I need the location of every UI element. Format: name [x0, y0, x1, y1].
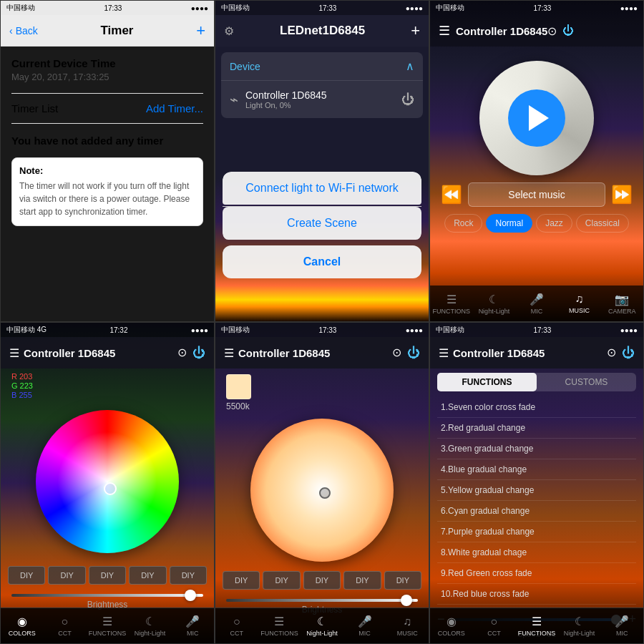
menu-icon-5[interactable]: ☰ — [224, 346, 234, 360]
device-header[interactable]: Device ∧ — [221, 52, 423, 81]
genre-normal[interactable]: Normal — [486, 214, 532, 233]
play-icon — [529, 105, 549, 131]
color-wheel[interactable] — [36, 410, 179, 553]
diy-btn-4[interactable]: DIY — [129, 566, 166, 585]
func-item-6[interactable]: 6.Cyan gradual change — [437, 501, 636, 522]
diy-btn-5-2[interactable]: DIY — [263, 571, 300, 590]
power-button[interactable]: ⏻ — [401, 92, 414, 107]
no-timer-text: You have not added any timer — [11, 135, 203, 147]
chevron-left-icon: ‹ — [9, 25, 13, 36]
add-timer-link[interactable]: Add Timer... — [146, 102, 203, 114]
diy-btn-2[interactable]: DIY — [48, 566, 85, 585]
tab-functions-main[interactable]: FUNCTIONS — [437, 373, 537, 391]
tab-music-5[interactable]: ♫ MUSIC — [386, 608, 429, 643]
brightness-thumb-5[interactable] — [401, 595, 412, 606]
genre-jazz[interactable]: Jazz — [536, 214, 572, 233]
search-icon-4[interactable]: ⊙ — [177, 346, 187, 361]
white-cursor[interactable] — [319, 487, 331, 499]
nav-actions-6: ⊙ ⏻ — [607, 346, 635, 361]
tab-colors-4[interactable]: ◉ COLORS — [1, 608, 44, 643]
menu-icon-6[interactable]: ☰ — [439, 346, 449, 360]
power-icon-6[interactable]: ⏻ — [622, 346, 635, 361]
search-icon-5[interactable]: ⊙ — [392, 346, 401, 361]
diy-btn-5-3[interactable]: DIY — [303, 571, 341, 590]
tab-functions-3[interactable]: ☰ FUNCTIONS — [430, 286, 473, 321]
func-item-3[interactable]: 3.Green gradual change — [437, 439, 636, 459]
phone-cct: 中国移动 17:33 ●●●● ☰ Controller 1D6845 ⊙ ⏻ … — [215, 322, 429, 644]
tab-cct-6[interactable]: ○ CCT — [473, 608, 516, 643]
diy-btn-5[interactable]: DIY — [170, 566, 207, 585]
white-wheel-area[interactable] — [215, 415, 429, 565]
tab-mic-6[interactable]: 🎤 MIC — [600, 608, 643, 643]
tab-functions-5[interactable]: ☰ FUNCTIONS — [258, 608, 301, 643]
func-item-5[interactable]: 5.Yellow gradual change — [437, 480, 636, 501]
diy-btn-3[interactable]: DIY — [89, 566, 126, 585]
cct-value: 5500k — [226, 401, 418, 411]
b-row: B 255 — [11, 391, 203, 399]
func-item-10[interactable]: 10.Red blue cross fade — [437, 584, 636, 605]
create-scene-button[interactable]: Create Scene — [223, 207, 421, 240]
controller-icon: ⌁ — [230, 91, 238, 108]
tab-mic-4[interactable]: 🎤 MIC — [171, 608, 214, 643]
genre-rock[interactable]: Rock — [444, 214, 482, 233]
b-value: B 255 — [11, 391, 32, 399]
power-icon-4[interactable]: ⏻ — [192, 346, 205, 361]
tab-camera-3[interactable]: 📷 CAMERA — [600, 286, 643, 321]
tab-nightlight-4[interactable]: ☾ Night-Light — [129, 608, 172, 643]
functions-label-4: FUNCTIONS — [89, 630, 127, 637]
tab-functions-4[interactable]: ☰ FUNCTIONS — [86, 608, 129, 643]
menu-icon-4[interactable]: ☰ — [9, 346, 19, 360]
connect-wifi-button[interactable]: Connect light to Wi-Fi network — [223, 172, 421, 205]
func-item-4[interactable]: 4.Blue gradual change — [437, 459, 636, 480]
diy-btn-5-5[interactable]: DIY — [384, 571, 421, 590]
diy-btn-1[interactable]: DIY — [8, 566, 45, 585]
tab-nightlight-5[interactable]: ☾ Night-Light — [301, 608, 343, 643]
color-wheel-area[interactable] — [1, 403, 214, 560]
status-bar-4: 中国移动 4G 17:32 ●●●● — [1, 323, 214, 337]
rewind-button[interactable]: ⏪ — [441, 185, 462, 205]
diy-btn-5-1[interactable]: DIY — [223, 571, 260, 590]
menu-icon[interactable]: ☰ — [439, 23, 450, 39]
tab-functions-6[interactable]: ☰ FUNCTIONS — [515, 608, 558, 643]
func-item-2[interactable]: 2.Red gradual change — [437, 418, 636, 439]
carrier-6: 中国移动 — [436, 325, 464, 335]
search-icon[interactable]: ⊙ — [547, 24, 557, 38]
brightness-slider-4[interactable] — [11, 594, 203, 597]
func-item-9[interactable]: 9.Red Green cross fade — [437, 563, 636, 584]
note-label: Note: — [19, 165, 195, 176]
camera-icon: 📷 — [615, 293, 629, 306]
genre-classical[interactable]: Classical — [576, 214, 629, 233]
select-music-button[interactable]: Select music — [468, 182, 605, 207]
time-2: 17:33 — [318, 4, 336, 12]
add-button-2[interactable]: + — [411, 21, 420, 40]
tab-music-3[interactable]: ♫ MUSIC — [558, 286, 601, 321]
tab-cct-5[interactable]: ○ CCT — [215, 608, 258, 643]
functions-label-6: FUNCTIONS — [518, 630, 556, 637]
white-wheel[interactable] — [250, 419, 394, 562]
tab-mic-3[interactable]: 🎤 MIC — [515, 286, 558, 321]
colors-icon-6: ◉ — [447, 615, 457, 628]
tab-colors-6[interactable]: ◉ COLORS — [430, 608, 473, 643]
tab-nightlight-6[interactable]: ☾ Night-Light — [558, 608, 601, 643]
tab-camera-label: CAMERA — [608, 308, 636, 315]
diy-btn-5-4[interactable]: DIY — [343, 571, 381, 590]
power-icon[interactable]: ⏻ — [562, 24, 574, 38]
brightness-thumb-4[interactable] — [185, 590, 196, 601]
brightness-slider-5[interactable] — [226, 599, 418, 602]
func-item-8[interactable]: 8.White gradual chage — [437, 542, 636, 563]
play-button[interactable] — [508, 89, 565, 147]
color-cursor[interactable] — [104, 482, 117, 495]
power-icon-5[interactable]: ⏻ — [407, 346, 420, 361]
tab-customs[interactable]: CUSTOMS — [537, 373, 636, 391]
func-item-7[interactable]: 7.Purple gradual change — [437, 522, 636, 542]
forward-button[interactable]: ⏩ — [611, 185, 633, 205]
back-button[interactable]: ‹ Back — [9, 25, 38, 36]
tab-cct-4[interactable]: ○ CCT — [44, 608, 87, 643]
genre-tabs: Rock Normal Jazz Classical — [430, 214, 643, 238]
func-item-1[interactable]: 1.Seven color cross fade — [437, 397, 636, 418]
cancel-button[interactable]: Cancel — [223, 245, 421, 278]
tab-nightlight-3[interactable]: ☾ Night-Light — [473, 286, 516, 321]
search-icon-6[interactable]: ⊙ — [607, 346, 616, 361]
tab-mic-5[interactable]: 🎤 MIC — [343, 608, 386, 643]
add-button[interactable]: + — [196, 21, 205, 40]
